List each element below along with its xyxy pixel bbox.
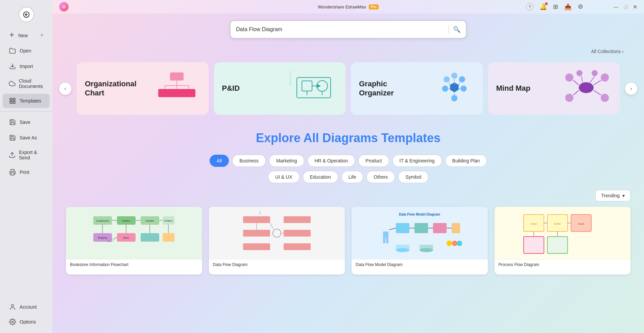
svg-point-96 <box>382 225 389 231</box>
svg-rect-19 <box>158 89 172 97</box>
minimize-button[interactable]: — <box>614 4 618 9</box>
filter-education[interactable]: Education <box>303 171 338 183</box>
template-card-pid[interactable]: P&ID <box>214 62 346 115</box>
filter-hr[interactable]: HR & Operation <box>308 155 355 167</box>
svg-line-38 <box>458 83 459 86</box>
svg-text:Data Flow Model Diagram: Data Flow Model Diagram <box>399 213 440 216</box>
folder-icon <box>9 47 16 54</box>
template-card-graphic-organizer[interactable]: Graphic Organizer <box>351 62 483 115</box>
chevron-down-icon: ▾ <box>622 193 625 198</box>
cloud-icon <box>9 80 16 87</box>
svg-point-49 <box>579 82 594 93</box>
options-gear-icon <box>9 318 16 326</box>
pid-image <box>290 71 337 106</box>
search-icon[interactable]: 🔍 <box>453 26 460 33</box>
filter-building[interactable]: Building Plan <box>445 155 487 167</box>
grid-card-process-flow-label: Process Flow Diagram <box>495 259 631 270</box>
maximize-button[interactable]: ⬜ <box>623 4 628 9</box>
sidebar-new-label: New <box>18 33 28 38</box>
filter-all[interactable]: All <box>210 155 229 167</box>
notification-icon[interactable]: 🔔 <box>540 3 547 10</box>
sidebar-item-save[interactable]: Save <box>3 115 50 129</box>
svg-rect-75 <box>141 233 159 242</box>
svg-point-110 <box>396 248 409 252</box>
sidebar-item-templates[interactable]: Templates <box>3 94 50 108</box>
mind-map-label: Mind Map <box>496 84 530 93</box>
sidebar-save-as-label: Save As <box>20 135 37 140</box>
sidebar-templates-label: Templates <box>20 98 41 104</box>
search-input[interactable] <box>236 26 445 32</box>
svg-rect-98 <box>383 238 385 243</box>
grid-card-dfd2-label: Data Flow Diagram <box>209 259 345 270</box>
filter-others[interactable]: Others <box>366 171 395 183</box>
save-as-icon <box>9 134 16 141</box>
org-chart-image <box>153 71 200 106</box>
carousel-next-button[interactable]: › <box>625 83 637 95</box>
back-button[interactable] <box>19 7 34 22</box>
sidebar-item-account[interactable]: Account <box>3 300 50 314</box>
sidebar-print-label: Print <box>20 170 29 175</box>
grid-card-bookstore[interactable]: Customers Orders Details Orders Shipping <box>66 207 202 274</box>
sidebar-item-cloud[interactable]: Cloud Documents <box>3 75 50 92</box>
svg-point-51 <box>601 73 609 82</box>
sidebar-export-label: Export & Send <box>19 150 44 160</box>
trending-dropdown[interactable]: Trending ▾ <box>595 190 630 201</box>
svg-rect-84 <box>243 216 270 223</box>
svg-text:Orders: Orders <box>122 219 130 222</box>
sidebar-item-options[interactable]: Options <box>3 315 50 329</box>
svg-point-114 <box>447 241 452 246</box>
svg-rect-88 <box>243 243 270 250</box>
filter-symbol[interactable]: Symbol <box>398 171 428 183</box>
grid-card-process-flow[interactable]: Node Buffer Store Process Flow Diagram <box>495 207 631 274</box>
filter-business[interactable]: Business <box>232 155 266 167</box>
svg-point-46 <box>451 95 457 102</box>
grid-icon[interactable]: ⊞ <box>553 3 558 10</box>
svg-text:Store: Store <box>578 222 585 225</box>
filter-it[interactable]: IT & Engineering <box>392 155 442 167</box>
svg-point-113 <box>420 248 433 252</box>
all-collections-link[interactable]: All Collections › <box>73 49 624 54</box>
sidebar-item-open[interactable]: Open <box>3 44 50 58</box>
explore-section: Explore All Diagrams Templates All Busin… <box>52 131 644 183</box>
sidebar-item-import[interactable]: Import <box>3 59 50 73</box>
share-icon[interactable]: 📤 <box>564 3 572 10</box>
svg-rect-102 <box>433 223 447 233</box>
help-icon[interactable]: ? <box>526 3 533 10</box>
filter-life[interactable]: Life <box>341 171 363 183</box>
svg-rect-97 <box>383 231 388 238</box>
svg-rect-100 <box>396 223 409 233</box>
svg-rect-20 <box>170 89 184 97</box>
sidebar-item-new[interactable]: New + <box>3 28 50 42</box>
grid-card-dfd2-image <box>209 207 345 259</box>
svg-text:Shipping: Shipping <box>98 237 107 239</box>
svg-line-61 <box>590 76 595 83</box>
svg-rect-23 <box>302 81 312 91</box>
trending-area: Trending ▾ <box>52 190 644 207</box>
filter-marketing[interactable]: Marketing <box>269 155 304 167</box>
grid-card-dfd2[interactable]: Data Flow Diagram <box>209 207 345 274</box>
sidebar-item-export[interactable]: Export & Send <box>3 146 50 164</box>
filter-ui[interactable]: UI & UX <box>268 171 300 183</box>
mind-map-image <box>561 69 612 108</box>
sidebar-save-label: Save <box>20 119 30 125</box>
download-icon <box>9 63 16 70</box>
template-card-mind-map[interactable]: Mind Map <box>488 62 620 115</box>
settings-icon[interactable]: ⚙ <box>578 3 583 10</box>
titlebar: U Wondershare EdrawMax Pro ? 🔔 ⊞ 📤 ⚙ — ⬜… <box>52 0 644 14</box>
svg-rect-103 <box>452 223 460 233</box>
grid-card-data-flow-model[interactable]: Data Flow Model Diagram <box>352 207 488 274</box>
sidebar-item-save-as[interactable]: Save As <box>3 131 50 145</box>
filter-product[interactable]: Product <box>358 155 389 167</box>
svg-rect-6 <box>13 98 15 101</box>
svg-line-42 <box>449 83 450 86</box>
close-button[interactable]: ✕ <box>633 4 637 10</box>
template-carousel: ‹ Organizational Chart <box>52 60 644 117</box>
svg-point-115 <box>452 241 457 246</box>
printer-icon <box>9 169 16 176</box>
template-card-org-chart[interactable]: Organizational Chart <box>77 62 209 115</box>
sidebar-item-print[interactable]: Print <box>3 165 50 179</box>
carousel-prev-button[interactable]: ‹ <box>59 83 71 95</box>
layout-icon <box>9 97 16 105</box>
svg-line-104 <box>389 228 396 230</box>
svg-point-116 <box>457 241 462 246</box>
